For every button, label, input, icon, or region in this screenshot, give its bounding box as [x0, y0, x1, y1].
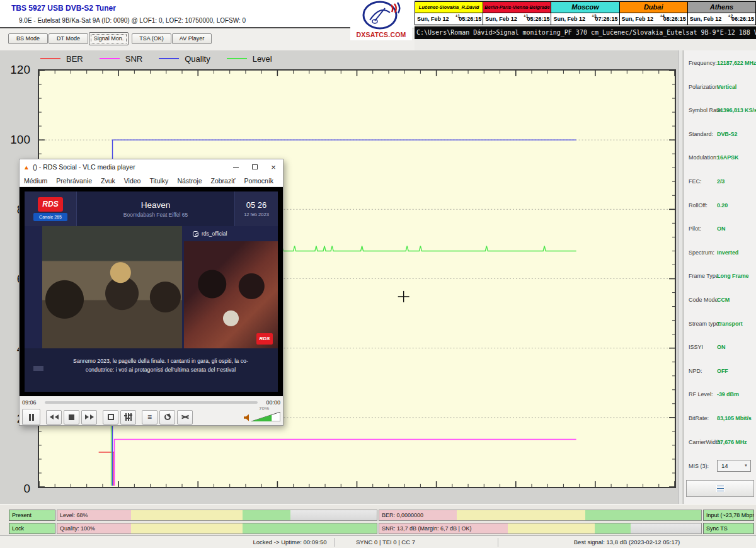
- meter-segment: [595, 523, 630, 534]
- menu-medium[interactable]: Médium: [20, 174, 52, 186]
- close-button[interactable]: ×: [264, 159, 283, 174]
- clock-berlin: Berlin-Paris-Vienna-Belgrade Sun, Feb 12…: [483, 2, 551, 25]
- clock-city-label: Athens: [688, 2, 755, 13]
- maximize-button[interactable]: [245, 159, 264, 174]
- present-badge: Present: [9, 510, 55, 521]
- y-axis-label-120: 120: [3, 63, 30, 77]
- param-code-mode: Code Mode:CCM: [684, 290, 756, 314]
- param-standard: Standard:DVB-S2: [684, 124, 756, 148]
- mis-select[interactable]: 14 ▼: [717, 460, 751, 472]
- minimize-button[interactable]: [226, 159, 245, 174]
- clock-time: 08:26:15: [663, 16, 686, 22]
- rds-video-frame: RDS Canale 265 Heaven Boomdabash Feat Ei…: [25, 191, 278, 392]
- fullscreen-icon: [108, 414, 114, 420]
- param-pilot: Pilot:ON: [684, 219, 756, 243]
- extended-settings-button[interactable]: [120, 410, 136, 425]
- legend-ber: BER: [40, 54, 83, 64]
- clock-city-label: Lučenec-Slovakia_R.Dávid: [415, 2, 483, 13]
- meter-segment: [457, 510, 585, 520]
- app-title: TBS 5927 USB DVB-S2 Tuner: [11, 4, 116, 13]
- clock-date: Sun, Feb 12: [553, 16, 585, 22]
- song-title: Heaven: [141, 200, 171, 210]
- song-artist: Boomdabash Feat Eiffel 65: [123, 212, 188, 218]
- playlist-button[interactable]: ≡: [142, 410, 158, 425]
- meter-segment: [243, 523, 377, 534]
- menu-playback[interactable]: Prehrávanie: [52, 174, 96, 186]
- previous-icon: [50, 414, 54, 420]
- y-axis-label-0: 0: [3, 482, 30, 496]
- menu-view[interactable]: Zobraziť: [206, 174, 239, 186]
- legend-line-ber: [40, 58, 60, 59]
- status-divider: [498, 538, 498, 547]
- menu-subtitles[interactable]: Titulky: [145, 174, 173, 186]
- menu-video[interactable]: Video: [120, 174, 146, 186]
- tab-av-player[interactable]: AV Player: [172, 33, 212, 44]
- lock-badge: Lock: [9, 523, 55, 534]
- clock-moscow: Moscow Sun, Feb 12 +3 07:26:15: [551, 2, 619, 25]
- legend-level: Level: [227, 54, 272, 64]
- total-time: 00:00: [261, 399, 280, 406]
- next-button[interactable]: [81, 410, 97, 425]
- pause-button[interactable]: [22, 409, 40, 425]
- legend-snr: SNR: [100, 54, 142, 64]
- legend-line-level: [227, 58, 247, 59]
- clock-date: Sun, Feb 12: [622, 16, 654, 22]
- previous-button[interactable]: [46, 410, 62, 425]
- stream-list-button[interactable]: [686, 480, 754, 497]
- volume-slider[interactable]: [251, 412, 280, 421]
- vlc-title-bar[interactable]: ▲ () - RDS Social - VLC media player ×: [20, 159, 283, 174]
- chevron-down-icon: ▼: [744, 464, 748, 467]
- app-window: TBS 5927 USB DVB-S2 Tuner 9.0E - Eutelsa…: [0, 0, 756, 548]
- shuffle-button[interactable]: [177, 410, 193, 425]
- param-npd: NPD:OFF: [684, 361, 756, 385]
- tab-signal-mon[interactable]: Signal Mon.: [89, 32, 129, 45]
- video-body: rds_official RDS: [25, 226, 278, 348]
- maximize-icon: [252, 164, 258, 169]
- clock-date: Sun, Feb 12: [690, 16, 722, 22]
- instagram-handle: rds_official: [202, 231, 227, 237]
- param-frequency: Frequency:12187,622 MHz: [684, 53, 756, 77]
- list-icon: [716, 485, 724, 492]
- stop-button[interactable]: [64, 410, 79, 425]
- minimize-icon: [233, 167, 239, 168]
- seek-slider[interactable]: [45, 401, 258, 404]
- menu-tools[interactable]: Nástroje: [173, 174, 206, 186]
- onscreen-clock-section: 05 26 12 feb 2023: [235, 191, 278, 226]
- clock-time: 05:26:15: [527, 16, 549, 22]
- meter-segment: [585, 510, 701, 520]
- meter-segment: [131, 523, 243, 534]
- volume-control[interactable]: 70%: [244, 412, 280, 423]
- tab-bs-mode[interactable]: BS Mode: [8, 33, 48, 44]
- tab-tsa[interactable]: TSA (OK): [132, 33, 171, 44]
- video-feed-right: rds_official RDS: [184, 226, 278, 348]
- param-stream-type: Stream type:Transport: [684, 314, 756, 338]
- param-bitrate: BitRate:83,105 Mbit/s: [684, 408, 756, 432]
- loop-button[interactable]: [159, 410, 175, 425]
- spacer: [415, 39, 756, 50]
- menu-help[interactable]: Pomocník: [239, 174, 278, 186]
- menu-audio[interactable]: Zvuk: [96, 174, 120, 186]
- vlc-video-area[interactable]: RDS Canale 265 Heaven Boomdabash Feat Ei…: [20, 187, 283, 396]
- clock-date: Sun, Feb 12: [485, 16, 517, 22]
- signal-meters: Present Level: 68% BER: 0,0000000 Input …: [0, 504, 756, 535]
- now-playing-section: Heaven Boomdabash Feat Eiffel 65: [76, 191, 235, 226]
- level-meter: Level: 68%: [57, 510, 377, 521]
- clock-date: Sun, Feb 12: [417, 16, 449, 22]
- instagram-icon: [193, 231, 198, 237]
- param-modulation: Modulation:16APSK: [684, 147, 756, 171]
- vlc-window: ▲ () - RDS Social - VLC media player × M…: [19, 159, 284, 426]
- param-symbol-rate: Symbol Rate:31396,813 KS/s: [684, 100, 756, 124]
- rds-badge: RDS: [256, 333, 273, 345]
- fullscreen-button[interactable]: [103, 410, 118, 425]
- chart-scrollbar[interactable]: [678, 50, 682, 504]
- param-rf-level: RF Level:-39 dBm: [684, 384, 756, 408]
- console-window[interactable]: C:\Users\Roman Dávid>Signal monitoring_P…: [415, 26, 756, 39]
- status-bar: Locked -> Uptime: 00:09:50 SYNC 0 | TEI …: [0, 535, 756, 548]
- speaker-icon: [244, 414, 249, 421]
- onscreen-clock: 05 26: [246, 200, 267, 210]
- instagram-row: rds_official: [184, 226, 278, 241]
- tab-dt-mode[interactable]: DT Mode: [49, 33, 88, 44]
- legend-line-snr: [100, 58, 120, 59]
- next-icon: [85, 414, 89, 420]
- shuffle-icon: [181, 414, 189, 420]
